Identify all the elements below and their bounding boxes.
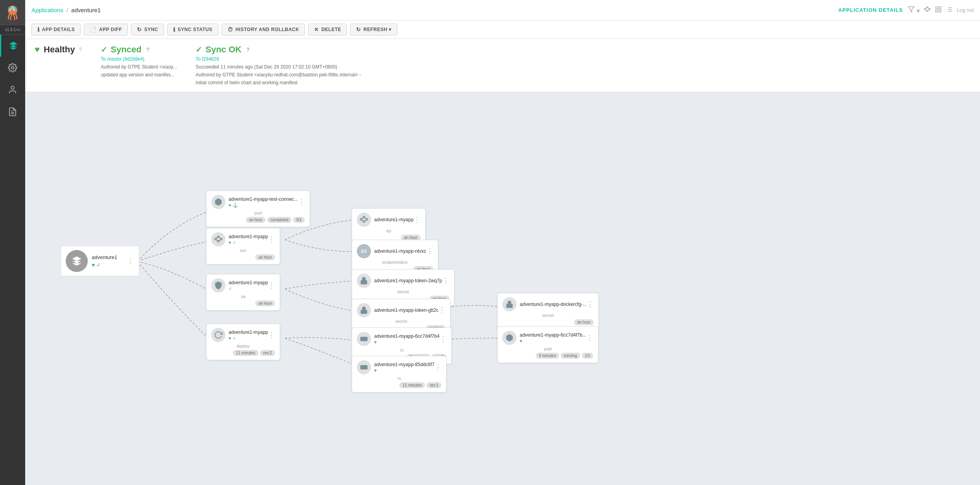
rs-85ddc-heart: ♥ — [374, 368, 377, 373]
svg-rect-34 — [218, 241, 219, 242]
logout-button[interactable]: Log out — [957, 7, 974, 13]
list-view-icon[interactable] — [946, 6, 953, 15]
sidebar-item-settings[interactable] — [0, 57, 25, 79]
pod-6cc7-menu[interactable]: ⋮ — [586, 334, 593, 341]
app-container: v1.8.1+c — [0, 0, 980, 485]
sidebar-item-layers[interactable] — [0, 35, 25, 57]
refresh-button[interactable]: ↻ REFRESH ▾ — [350, 24, 397, 35]
svc-badge-time: an hour — [255, 254, 275, 260]
svg-point-8 — [11, 67, 14, 69]
es-type: endpointslice — [357, 260, 433, 265]
es-menu[interactable]: ⋮ — [426, 248, 433, 255]
syncstatus-icon: ℹ — [173, 26, 175, 33]
pod-test-menu[interactable]: ⋮ — [298, 198, 305, 205]
root-menu[interactable]: ⋮ — [127, 257, 134, 265]
deploy-icon — [211, 328, 225, 342]
sa-menu[interactable]: ⋮ — [268, 282, 275, 289]
svg-rect-16 — [926, 10, 928, 11]
svg-rect-21 — [936, 7, 938, 9]
refresh-label: REFRESH ▾ — [364, 27, 391, 32]
sync-author: Authored by GTPE Student <xiaoy... — [101, 63, 177, 70]
topbar: Applications / adventure1 APPLICATION DE… — [25, 0, 980, 20]
dockercfg-type: secret — [502, 313, 594, 318]
breadcrumb-link-applications[interactable]: Applications — [31, 7, 63, 13]
rs-85ddc-node[interactable]: adventure1-myapp-85ddc6f7 ♥ ⋮ rs 11 minu… — [352, 356, 447, 392]
network-view-icon[interactable] — [924, 6, 931, 15]
sync-button[interactable]: ↻ SYNC — [131, 24, 164, 35]
secret-2wq7p-menu[interactable]: ⋮ — [442, 277, 449, 284]
syncok-time: Succeeded 11 minutes ago (Sat Dec 26 202… — [196, 63, 361, 70]
secret-gtt2c-menu[interactable]: ⋮ — [438, 307, 445, 314]
svc-icon — [211, 232, 225, 246]
deploy-menu[interactable]: ⋮ — [268, 331, 275, 339]
secret-dockercfg-node[interactable]: adventure1-myapp-dockercfg-... ⋮ secret … — [497, 293, 599, 330]
ep-menu[interactable]: ⋮ — [413, 216, 421, 223]
pod-test-heart: ♥ — [229, 203, 231, 208]
health-help[interactable]: ? — [79, 46, 82, 53]
dockercfg-icon — [502, 297, 517, 311]
sync-check-icon: ✓ — [101, 45, 107, 54]
topbar-right: APPLICATION DETAILS ▾ — [838, 6, 974, 15]
rs-6cc7-menu[interactable]: ⋮ — [439, 335, 447, 342]
dockercfg-menu[interactable]: ⋮ — [587, 301, 594, 308]
delete-button[interactable]: ✕ DELETE — [308, 24, 347, 35]
syncok-status-section: ✓ Sync OK ? To f294628 Succeeded 11 minu… — [196, 44, 361, 86]
syncok-commit-link[interactable]: To f294628 — [196, 56, 219, 62]
svc-menu[interactable]: ⋮ — [268, 236, 275, 243]
deploy-myapp-node[interactable]: adventure1-myapp ♥ ✓ ⋮ deploy 11 minutes — [206, 324, 280, 360]
sync-help[interactable]: ? — [146, 46, 150, 53]
diff-icon: 📄 — [90, 26, 97, 33]
pod-6cc7-node[interactable]: adventure1-myapp-6cc7d4f7b... ♥ ⋮ pod 9 … — [497, 326, 598, 363]
health-label: Healthy — [44, 44, 75, 55]
app-details-button[interactable]: ℹ APP DETAILS — [31, 24, 81, 35]
rs-85ddc-badge-time: 11 minutes — [399, 382, 425, 388]
toolbar: ℹ APP DETAILS 📄 APP DIFF ↻ SYNC ℹ SYNC S… — [25, 20, 980, 39]
svc-heart: ♥ — [229, 240, 231, 245]
pod-test-icon — [211, 195, 225, 209]
filter-icon[interactable]: ▾ — [908, 6, 919, 15]
svg-rect-40 — [363, 217, 365, 218]
app-diff-button[interactable]: 📄 APP DIFF — [84, 24, 128, 35]
secret-2wq7p-icon — [357, 274, 371, 288]
svg-rect-22 — [939, 7, 941, 9]
app-details-label: APP DETAILS — [42, 27, 75, 32]
syncok-author: Authored by GTPE Student <xiaoyliu-redha… — [196, 71, 361, 78]
pod-test-node[interactable]: adventure1-myapp-test-connec... ♥ ⚓ ⋮ po… — [206, 191, 310, 227]
svg-point-6 — [11, 9, 12, 10]
sync-status-button[interactable]: ℹ SYNC STATUS — [167, 24, 218, 35]
svg-line-38 — [219, 240, 221, 241]
deploy-check: ✓ — [233, 336, 236, 341]
rs-6cc7-icon — [357, 332, 371, 346]
history-rollback-button[interactable]: ⏱ HISTORY AND ROLLBACK — [221, 24, 305, 35]
es-icon: ES — [357, 244, 371, 258]
syncok-help[interactable]: ? — [246, 46, 250, 53]
secret-2wq7p-type: secret — [357, 289, 449, 294]
pod-6cc7-badge-count: 1/1 — [582, 353, 594, 359]
svg-point-7 — [15, 9, 16, 10]
rs-85ddc-name: adventure1-myapp-85ddc6f7 — [374, 362, 434, 367]
ep-name: adventure1-myapp — [374, 217, 413, 222]
sidebar-item-user[interactable] — [0, 79, 25, 101]
svg-rect-24 — [939, 10, 941, 12]
graph-area[interactable]: adventure1 ♥ ✓ ⋮ — [25, 92, 980, 485]
rs-85ddc-icon — [357, 360, 371, 374]
refresh-icon: ↻ — [356, 26, 361, 33]
rs-85ddc-menu[interactable]: ⋮ — [434, 364, 441, 371]
sync-message: updated app version and manifes... — [101, 71, 177, 78]
graph-canvas: adventure1 ♥ ✓ ⋮ — [25, 92, 980, 485]
deploy-type: deploy — [211, 344, 275, 348]
secret-gtt2c-icon — [357, 303, 371, 317]
sidebar-item-docs[interactable] — [0, 101, 25, 123]
settings-icon — [8, 63, 17, 72]
sync-master-link[interactable]: To master (9d2b9e4) — [101, 56, 144, 62]
topbar-icons: ▾ Log out — [908, 6, 974, 15]
rs-6cc7-name: adventure1-myapp-6cc7d4f7b4 — [374, 333, 439, 339]
svg-rect-33 — [221, 238, 222, 240]
grid-view-icon[interactable] — [935, 6, 942, 15]
svc-myapp-node[interactable]: adventure1-myapp ♥ ✓ ⋮ svc an hour — [206, 228, 280, 265]
deploy-badge-time: 11 minutes — [233, 350, 258, 356]
svc-name: adventure1-myapp — [229, 234, 268, 239]
deploy-badge-rev: rev:2 — [260, 350, 275, 356]
sa-myapp-node[interactable]: adventure1-myapp ✓ ⋮ sa an hour — [206, 274, 280, 311]
root-node[interactable]: adventure1 ♥ ✓ ⋮ — [61, 246, 139, 276]
